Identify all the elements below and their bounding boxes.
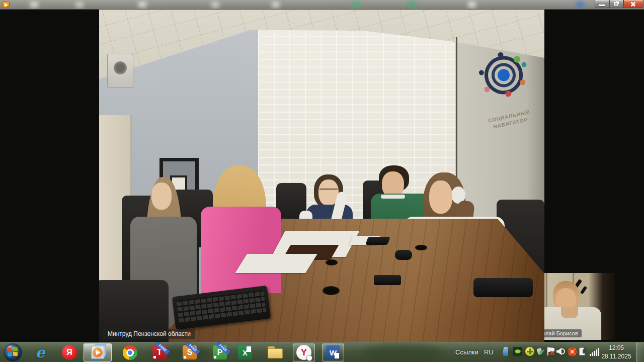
taskbar-texture	[362, 344, 443, 361]
internet-explorer-icon: e	[36, 344, 45, 361]
excel-icon: X	[238, 345, 252, 359]
taskbar-excel[interactable]: X	[234, 343, 256, 361]
participant-collar	[381, 195, 405, 199]
wall-vent-box	[107, 54, 133, 88]
taskbar-yandex-browser[interactable]: Y	[293, 343, 315, 361]
media-badge	[306, 355, 312, 361]
tray-usb-drive-icon[interactable]	[501, 347, 510, 356]
titlebar-blur-blob	[468, 2, 476, 8]
main-video-location-label: Минтруд Пензенской области	[103, 329, 195, 339]
tray-antivirus-flower-icon[interactable]	[568, 347, 577, 356]
icon-corner-dot	[184, 356, 186, 358]
bar	[596, 349, 597, 356]
tray-power-plan-icon[interactable]	[579, 347, 588, 356]
windows-flag-icon	[8, 347, 12, 352]
logo-dot	[478, 70, 484, 75]
language-indicator[interactable]: RU	[484, 348, 494, 356]
excel-page	[247, 346, 251, 352]
participant-face	[429, 180, 452, 214]
wmp-play-triangle	[96, 350, 101, 355]
taskbar-presentations[interactable]: PFREE	[209, 343, 230, 361]
yandex-red-icon: Я	[62, 345, 77, 360]
word-page	[335, 353, 339, 358]
phone-on-table	[365, 237, 390, 245]
windows-flag-icon	[13, 352, 18, 356]
speaker-body	[556, 348, 561, 355]
clock-time: 12:05	[600, 344, 633, 352]
titlebar-blur-blob	[211, 2, 219, 8]
taskbar-explorer[interactable]	[265, 343, 286, 361]
cable-grommet	[415, 245, 427, 250]
plus-h	[527, 351, 533, 352]
nvidia-eye	[515, 349, 521, 353]
bar	[592, 352, 593, 356]
plug	[583, 349, 587, 353]
explorer-folder-icon	[268, 346, 283, 358]
word-icon: W	[326, 345, 340, 359]
desktop-screen: СОЦИАЛЬНЫЙ НАВИГАТОР	[0, 0, 644, 362]
flag-pole	[547, 347, 548, 355]
titlebar-blur-blob	[352, 2, 360, 8]
bar	[590, 354, 591, 356]
tray-volume-icon[interactable]	[556, 347, 566, 356]
minimize-button[interactable]	[595, 0, 609, 8]
titlebar-blur-blob	[576, 2, 584, 8]
tray-nvidia-icon[interactable]	[513, 347, 522, 356]
speaker-waves	[561, 348, 565, 354]
titlebar-blur-blob	[408, 2, 416, 8]
logo-dot	[484, 86, 490, 93]
restore-button[interactable]	[609, 0, 623, 8]
restore-icon	[614, 2, 618, 6]
windows-media-player-icon	[91, 346, 104, 359]
participant-body	[201, 207, 281, 293]
folder-front	[268, 348, 283, 358]
black-pouch	[473, 278, 533, 297]
window-title-bar[interactable]	[0, 0, 644, 10]
taskbar-yandex-red[interactable]: Я	[59, 343, 79, 361]
tray-clock[interactable]: 12:05 28.11.2025	[600, 344, 633, 361]
phone-on-table	[374, 275, 401, 285]
participant-glasses	[319, 189, 338, 191]
close-button[interactable]	[623, 0, 643, 8]
show-desktop-button[interactable]	[636, 342, 644, 362]
logo-dot	[513, 56, 521, 63]
taskbar-windows-media-player[interactable]	[84, 343, 112, 361]
bar	[594, 351, 595, 356]
titlebar-blur-blob	[138, 2, 146, 8]
chrome-center	[128, 350, 132, 355]
app-window-icon	[2, 1, 10, 8]
start-button[interactable]	[4, 343, 22, 361]
cable-grommet	[326, 259, 338, 265]
icon-corner-dot	[153, 356, 156, 358]
taskbar-planmaker[interactable]: SFREE	[179, 343, 200, 361]
textmaker-icon: TFREE	[152, 345, 167, 359]
flower-petals	[571, 350, 574, 353]
bar	[598, 348, 599, 356]
logo-dot	[520, 79, 526, 85]
participant-face	[151, 183, 172, 210]
tray-action-center-icon[interactable]	[546, 347, 555, 356]
titlebar-blur-blob	[30, 2, 38, 8]
logo-dot	[505, 90, 512, 98]
tray-safely-remove-icon[interactable]	[536, 347, 545, 356]
tray-network-signal-icon[interactable]	[590, 347, 601, 356]
planmaker-icon: SFREE	[183, 345, 197, 359]
chrome-icon	[123, 345, 137, 360]
taskbar-word[interactable]: W	[322, 343, 344, 361]
titlebar-blur-blob	[75, 2, 84, 8]
titlebar-blur-blob	[272, 2, 280, 8]
logo-dot	[521, 62, 527, 67]
computer-mouse	[395, 250, 412, 260]
links-toolbar[interactable]: Ссылки	[455, 348, 478, 356]
yandex-browser-letter: Y	[301, 347, 307, 358]
plug-pins	[584, 347, 585, 349]
windows-flag-icon	[13, 347, 18, 351]
usb-body	[503, 349, 508, 356]
tray-update-plus-icon[interactable]	[525, 347, 534, 356]
windows-flag-icon	[8, 352, 12, 357]
main-video-tile[interactable]: СОЦИАЛЬНЫЙ НАВИГАТОР	[99, 10, 544, 342]
taskbar-internet-explorer[interactable]: e	[30, 343, 50, 361]
taskbar-chrome[interactable]	[120, 343, 140, 361]
logo-text: СОЦИАЛЬНЫЙ НАВИГАТОР	[478, 107, 542, 133]
taskbar-textmaker[interactable]: TFREE	[149, 343, 170, 361]
